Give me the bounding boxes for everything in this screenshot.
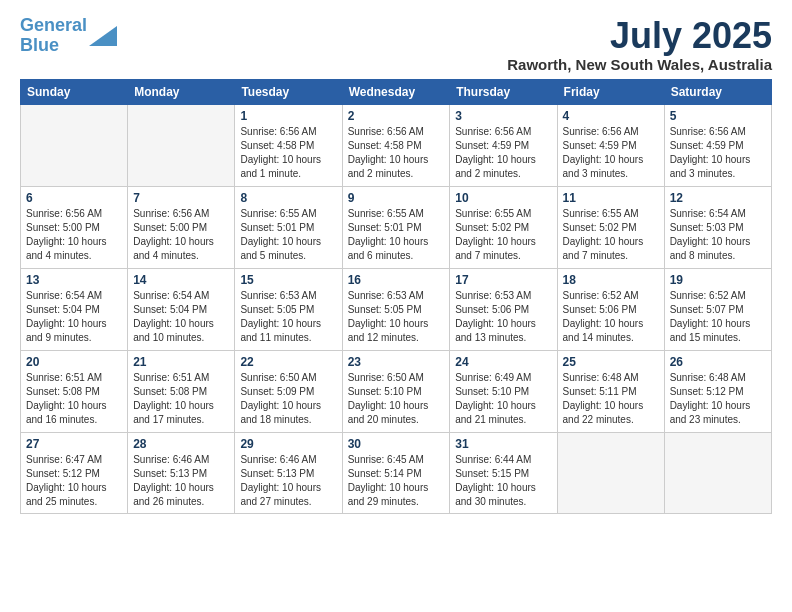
table-row: 31Sunrise: 6:44 AM Sunset: 5:15 PM Dayli… xyxy=(450,432,557,513)
day-info: Sunrise: 6:44 AM Sunset: 5:15 PM Dayligh… xyxy=(455,453,551,509)
day-info: Sunrise: 6:53 AM Sunset: 5:05 PM Dayligh… xyxy=(240,289,336,345)
day-number: 27 xyxy=(26,437,122,451)
day-number: 30 xyxy=(348,437,445,451)
day-number: 29 xyxy=(240,437,336,451)
table-row: 9Sunrise: 6:55 AM Sunset: 5:01 PM Daylig… xyxy=(342,186,450,268)
day-number: 31 xyxy=(455,437,551,451)
calendar-header-row: Sunday Monday Tuesday Wednesday Thursday… xyxy=(21,79,772,104)
day-number: 10 xyxy=(455,191,551,205)
header: General Blue July 2025 Raworth, New Sout… xyxy=(20,16,772,73)
col-tuesday: Tuesday xyxy=(235,79,342,104)
day-info: Sunrise: 6:45 AM Sunset: 5:14 PM Dayligh… xyxy=(348,453,445,509)
table-row: 17Sunrise: 6:53 AM Sunset: 5:06 PM Dayli… xyxy=(450,268,557,350)
day-number: 8 xyxy=(240,191,336,205)
day-info: Sunrise: 6:52 AM Sunset: 5:07 PM Dayligh… xyxy=(670,289,766,345)
day-info: Sunrise: 6:56 AM Sunset: 4:59 PM Dayligh… xyxy=(455,125,551,181)
table-row: 24Sunrise: 6:49 AM Sunset: 5:10 PM Dayli… xyxy=(450,350,557,432)
month-title: July 2025 xyxy=(507,16,772,56)
day-info: Sunrise: 6:55 AM Sunset: 5:01 PM Dayligh… xyxy=(348,207,445,263)
location: Raworth, New South Wales, Australia xyxy=(507,56,772,73)
day-number: 18 xyxy=(563,273,659,287)
col-monday: Monday xyxy=(128,79,235,104)
day-number: 5 xyxy=(670,109,766,123)
table-row xyxy=(664,432,771,513)
table-row: 2Sunrise: 6:56 AM Sunset: 4:58 PM Daylig… xyxy=(342,104,450,186)
day-number: 6 xyxy=(26,191,122,205)
table-row xyxy=(21,104,128,186)
table-row: 23Sunrise: 6:50 AM Sunset: 5:10 PM Dayli… xyxy=(342,350,450,432)
table-row: 15Sunrise: 6:53 AM Sunset: 5:05 PM Dayli… xyxy=(235,268,342,350)
day-info: Sunrise: 6:48 AM Sunset: 5:11 PM Dayligh… xyxy=(563,371,659,427)
day-number: 26 xyxy=(670,355,766,369)
day-info: Sunrise: 6:53 AM Sunset: 5:05 PM Dayligh… xyxy=(348,289,445,345)
day-info: Sunrise: 6:55 AM Sunset: 5:02 PM Dayligh… xyxy=(563,207,659,263)
logo-text: General Blue xyxy=(20,16,87,56)
table-row: 27Sunrise: 6:47 AM Sunset: 5:12 PM Dayli… xyxy=(21,432,128,513)
svg-marker-0 xyxy=(89,26,117,46)
day-info: Sunrise: 6:48 AM Sunset: 5:12 PM Dayligh… xyxy=(670,371,766,427)
day-info: Sunrise: 6:54 AM Sunset: 5:04 PM Dayligh… xyxy=(133,289,229,345)
col-sunday: Sunday xyxy=(21,79,128,104)
table-row: 5Sunrise: 6:56 AM Sunset: 4:59 PM Daylig… xyxy=(664,104,771,186)
day-info: Sunrise: 6:47 AM Sunset: 5:12 PM Dayligh… xyxy=(26,453,122,509)
day-info: Sunrise: 6:52 AM Sunset: 5:06 PM Dayligh… xyxy=(563,289,659,345)
table-row: 6Sunrise: 6:56 AM Sunset: 5:00 PM Daylig… xyxy=(21,186,128,268)
table-row: 4Sunrise: 6:56 AM Sunset: 4:59 PM Daylig… xyxy=(557,104,664,186)
day-info: Sunrise: 6:56 AM Sunset: 5:00 PM Dayligh… xyxy=(133,207,229,263)
day-info: Sunrise: 6:51 AM Sunset: 5:08 PM Dayligh… xyxy=(26,371,122,427)
title-block: July 2025 Raworth, New South Wales, Aust… xyxy=(507,16,772,73)
calendar: Sunday Monday Tuesday Wednesday Thursday… xyxy=(20,79,772,514)
day-number: 11 xyxy=(563,191,659,205)
col-friday: Friday xyxy=(557,79,664,104)
day-number: 23 xyxy=(348,355,445,369)
day-info: Sunrise: 6:56 AM Sunset: 4:58 PM Dayligh… xyxy=(348,125,445,181)
day-number: 14 xyxy=(133,273,229,287)
day-number: 16 xyxy=(348,273,445,287)
table-row: 19Sunrise: 6:52 AM Sunset: 5:07 PM Dayli… xyxy=(664,268,771,350)
table-row xyxy=(557,432,664,513)
page-container: General Blue July 2025 Raworth, New Sout… xyxy=(0,0,792,524)
day-number: 19 xyxy=(670,273,766,287)
day-number: 28 xyxy=(133,437,229,451)
table-row: 22Sunrise: 6:50 AM Sunset: 5:09 PM Dayli… xyxy=(235,350,342,432)
day-info: Sunrise: 6:56 AM Sunset: 4:59 PM Dayligh… xyxy=(563,125,659,181)
table-row: 26Sunrise: 6:48 AM Sunset: 5:12 PM Dayli… xyxy=(664,350,771,432)
day-number: 4 xyxy=(563,109,659,123)
day-info: Sunrise: 6:51 AM Sunset: 5:08 PM Dayligh… xyxy=(133,371,229,427)
day-info: Sunrise: 6:56 AM Sunset: 4:58 PM Dayligh… xyxy=(240,125,336,181)
table-row: 21Sunrise: 6:51 AM Sunset: 5:08 PM Dayli… xyxy=(128,350,235,432)
day-info: Sunrise: 6:53 AM Sunset: 5:06 PM Dayligh… xyxy=(455,289,551,345)
day-info: Sunrise: 6:55 AM Sunset: 5:01 PM Dayligh… xyxy=(240,207,336,263)
table-row: 13Sunrise: 6:54 AM Sunset: 5:04 PM Dayli… xyxy=(21,268,128,350)
day-info: Sunrise: 6:49 AM Sunset: 5:10 PM Dayligh… xyxy=(455,371,551,427)
col-saturday: Saturday xyxy=(664,79,771,104)
day-info: Sunrise: 6:54 AM Sunset: 5:04 PM Dayligh… xyxy=(26,289,122,345)
table-row: 25Sunrise: 6:48 AM Sunset: 5:11 PM Dayli… xyxy=(557,350,664,432)
day-info: Sunrise: 6:56 AM Sunset: 4:59 PM Dayligh… xyxy=(670,125,766,181)
day-number: 9 xyxy=(348,191,445,205)
day-info: Sunrise: 6:46 AM Sunset: 5:13 PM Dayligh… xyxy=(240,453,336,509)
day-number: 2 xyxy=(348,109,445,123)
table-row xyxy=(128,104,235,186)
table-row: 20Sunrise: 6:51 AM Sunset: 5:08 PM Dayli… xyxy=(21,350,128,432)
day-info: Sunrise: 6:50 AM Sunset: 5:09 PM Dayligh… xyxy=(240,371,336,427)
day-number: 12 xyxy=(670,191,766,205)
day-number: 3 xyxy=(455,109,551,123)
table-row: 16Sunrise: 6:53 AM Sunset: 5:05 PM Dayli… xyxy=(342,268,450,350)
table-row: 1Sunrise: 6:56 AM Sunset: 4:58 PM Daylig… xyxy=(235,104,342,186)
day-info: Sunrise: 6:54 AM Sunset: 5:03 PM Dayligh… xyxy=(670,207,766,263)
table-row: 3Sunrise: 6:56 AM Sunset: 4:59 PM Daylig… xyxy=(450,104,557,186)
table-row: 11Sunrise: 6:55 AM Sunset: 5:02 PM Dayli… xyxy=(557,186,664,268)
day-info: Sunrise: 6:46 AM Sunset: 5:13 PM Dayligh… xyxy=(133,453,229,509)
table-row: 8Sunrise: 6:55 AM Sunset: 5:01 PM Daylig… xyxy=(235,186,342,268)
day-number: 20 xyxy=(26,355,122,369)
logo: General Blue xyxy=(20,16,117,56)
day-info: Sunrise: 6:56 AM Sunset: 5:00 PM Dayligh… xyxy=(26,207,122,263)
day-number: 25 xyxy=(563,355,659,369)
table-row: 10Sunrise: 6:55 AM Sunset: 5:02 PM Dayli… xyxy=(450,186,557,268)
table-row: 18Sunrise: 6:52 AM Sunset: 5:06 PM Dayli… xyxy=(557,268,664,350)
table-row: 30Sunrise: 6:45 AM Sunset: 5:14 PM Dayli… xyxy=(342,432,450,513)
col-thursday: Thursday xyxy=(450,79,557,104)
logo-icon xyxy=(89,26,117,46)
day-number: 7 xyxy=(133,191,229,205)
